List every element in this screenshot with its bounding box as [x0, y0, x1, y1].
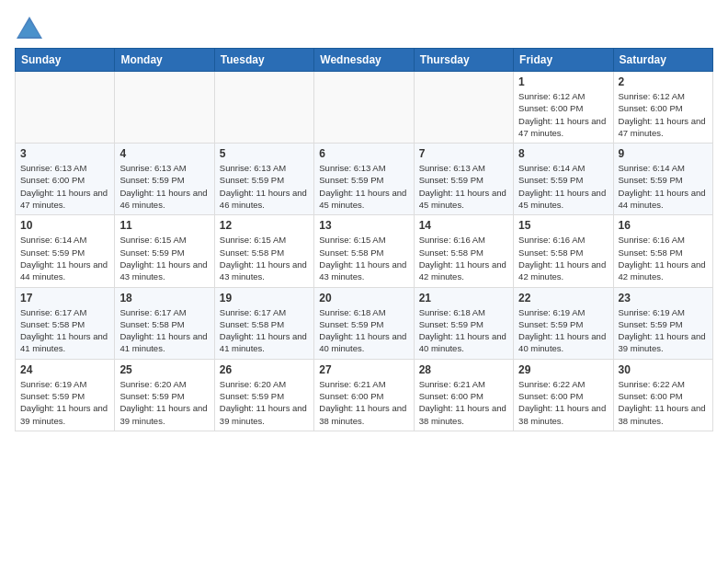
calendar-cell: 8Sunrise: 6:14 AM Sunset: 5:59 PM Daylig… [514, 144, 613, 215]
weekday-header-saturday: Saturday [613, 49, 712, 72]
calendar-cell: 4Sunrise: 6:13 AM Sunset: 5:59 PM Daylig… [115, 144, 214, 215]
calendar-cell: 25Sunrise: 6:20 AM Sunset: 5:59 PM Dayli… [115, 359, 214, 431]
day-number: 24 [20, 363, 109, 376]
day-info: Sunrise: 6:13 AM Sunset: 5:59 PM Dayligh… [419, 162, 508, 211]
calendar-cell: 19Sunrise: 6:17 AM Sunset: 5:58 PM Dayli… [214, 287, 313, 359]
day-info: Sunrise: 6:15 AM Sunset: 5:58 PM Dayligh… [319, 234, 408, 282]
day-number: 3 [20, 147, 109, 160]
day-info: Sunrise: 6:13 AM Sunset: 5:59 PM Dayligh… [319, 162, 408, 211]
day-number: 30 [619, 363, 708, 376]
day-number: 25 [119, 363, 209, 376]
day-info: Sunrise: 6:17 AM Sunset: 5:58 PM Dayligh… [119, 306, 209, 355]
day-number: 11 [119, 219, 209, 232]
calendar-week-row: 10Sunrise: 6:14 AM Sunset: 5:59 PM Dayli… [16, 215, 713, 287]
calendar-table: SundayMondayTuesdayWednesdayThursdayFrid… [15, 48, 713, 431]
calendar-cell: 9Sunrise: 6:14 AM Sunset: 5:59 PM Daylig… [613, 144, 712, 215]
calendar-cell: 21Sunrise: 6:18 AM Sunset: 5:59 PM Dayli… [414, 287, 513, 359]
day-info: Sunrise: 6:18 AM Sunset: 5:59 PM Dayligh… [419, 306, 508, 355]
calendar-week-row: 17Sunrise: 6:17 AM Sunset: 5:58 PM Dayli… [16, 287, 713, 359]
day-number: 7 [419, 147, 508, 160]
calendar-cell: 14Sunrise: 6:16 AM Sunset: 5:58 PM Dayli… [414, 215, 513, 287]
day-number: 10 [20, 219, 109, 232]
calendar-cell: 13Sunrise: 6:15 AM Sunset: 5:58 PM Dayli… [314, 215, 414, 287]
day-info: Sunrise: 6:13 AM Sunset: 6:00 PM Dayligh… [20, 162, 109, 211]
weekday-header-friday: Friday [514, 49, 613, 72]
calendar-cell: 26Sunrise: 6:20 AM Sunset: 5:59 PM Dayli… [214, 359, 313, 431]
day-info: Sunrise: 6:20 AM Sunset: 5:59 PM Dayligh… [220, 378, 309, 427]
day-number: 14 [419, 219, 508, 232]
weekday-header-row: SundayMondayTuesdayWednesdayThursdayFrid… [16, 49, 713, 72]
day-number: 15 [518, 219, 608, 232]
calendar-cell: 28Sunrise: 6:21 AM Sunset: 6:00 PM Dayli… [414, 359, 513, 431]
calendar-cell: 18Sunrise: 6:17 AM Sunset: 5:58 PM Dayli… [115, 287, 214, 359]
day-info: Sunrise: 6:21 AM Sunset: 6:00 PM Dayligh… [419, 378, 508, 427]
calendar-cell: 23Sunrise: 6:19 AM Sunset: 5:59 PM Dayli… [613, 287, 712, 359]
day-number: 16 [619, 219, 708, 232]
calendar-cell: 24Sunrise: 6:19 AM Sunset: 5:59 PM Dayli… [16, 359, 115, 431]
page-header [15, 15, 713, 40]
weekday-header-thursday: Thursday [414, 49, 513, 72]
logo-icon [15, 15, 44, 40]
day-info: Sunrise: 6:13 AM Sunset: 5:59 PM Dayligh… [119, 162, 209, 211]
day-number: 28 [419, 363, 508, 376]
day-info: Sunrise: 6:12 AM Sunset: 6:00 PM Dayligh… [518, 90, 608, 139]
day-info: Sunrise: 6:16 AM Sunset: 5:58 PM Dayligh… [518, 234, 608, 282]
calendar-cell: 2Sunrise: 6:12 AM Sunset: 6:00 PM Daylig… [613, 72, 712, 144]
weekday-header-tuesday: Tuesday [214, 49, 313, 72]
day-number: 21 [419, 292, 508, 304]
day-info: Sunrise: 6:20 AM Sunset: 5:59 PM Dayligh… [119, 378, 209, 427]
calendar-week-row: 24Sunrise: 6:19 AM Sunset: 5:59 PM Dayli… [16, 359, 713, 431]
day-info: Sunrise: 6:13 AM Sunset: 5:59 PM Dayligh… [220, 162, 309, 211]
day-number: 9 [619, 147, 708, 160]
day-info: Sunrise: 6:16 AM Sunset: 5:58 PM Dayligh… [419, 234, 508, 282]
day-number: 26 [220, 363, 309, 376]
day-number: 13 [319, 219, 408, 232]
day-number: 18 [119, 292, 209, 304]
calendar-cell: 5Sunrise: 6:13 AM Sunset: 5:59 PM Daylig… [214, 144, 313, 215]
day-info: Sunrise: 6:19 AM Sunset: 5:59 PM Dayligh… [518, 306, 608, 355]
calendar-cell: 7Sunrise: 6:13 AM Sunset: 5:59 PM Daylig… [414, 144, 513, 215]
day-number: 22 [518, 292, 608, 304]
calendar-cell: 15Sunrise: 6:16 AM Sunset: 5:58 PM Dayli… [514, 215, 613, 287]
calendar-cell: 10Sunrise: 6:14 AM Sunset: 5:59 PM Dayli… [16, 215, 115, 287]
weekday-header-monday: Monday [115, 49, 214, 72]
calendar-cell: 29Sunrise: 6:22 AM Sunset: 6:00 PM Dayli… [514, 359, 613, 431]
day-info: Sunrise: 6:17 AM Sunset: 5:58 PM Dayligh… [220, 306, 309, 355]
calendar-cell: 30Sunrise: 6:22 AM Sunset: 6:00 PM Dayli… [613, 359, 712, 431]
calendar-cell [115, 72, 214, 144]
calendar-cell: 17Sunrise: 6:17 AM Sunset: 5:58 PM Dayli… [16, 287, 115, 359]
day-number: 17 [20, 292, 109, 304]
day-number: 6 [319, 147, 408, 160]
day-info: Sunrise: 6:18 AM Sunset: 5:59 PM Dayligh… [319, 306, 408, 355]
logo [15, 15, 48, 40]
weekday-header-wednesday: Wednesday [314, 49, 414, 72]
calendar-cell [414, 72, 513, 144]
calendar-cell: 6Sunrise: 6:13 AM Sunset: 5:59 PM Daylig… [314, 144, 414, 215]
calendar-cell: 27Sunrise: 6:21 AM Sunset: 6:00 PM Dayli… [314, 359, 414, 431]
day-info: Sunrise: 6:15 AM Sunset: 5:59 PM Dayligh… [119, 234, 209, 282]
day-info: Sunrise: 6:16 AM Sunset: 5:58 PM Dayligh… [619, 234, 708, 282]
svg-marker-1 [18, 20, 40, 37]
day-number: 4 [119, 147, 209, 160]
calendar-cell: 22Sunrise: 6:19 AM Sunset: 5:59 PM Dayli… [514, 287, 613, 359]
day-number: 29 [518, 363, 608, 376]
calendar-cell: 12Sunrise: 6:15 AM Sunset: 5:58 PM Dayli… [214, 215, 313, 287]
day-number: 12 [220, 219, 309, 232]
day-info: Sunrise: 6:14 AM Sunset: 5:59 PM Dayligh… [20, 234, 109, 282]
day-number: 23 [619, 292, 708, 304]
day-info: Sunrise: 6:21 AM Sunset: 6:00 PM Dayligh… [319, 378, 408, 427]
calendar-cell [314, 72, 414, 144]
calendar-cell: 3Sunrise: 6:13 AM Sunset: 6:00 PM Daylig… [16, 144, 115, 215]
calendar-week-row: 3Sunrise: 6:13 AM Sunset: 6:00 PM Daylig… [16, 144, 713, 215]
day-info: Sunrise: 6:22 AM Sunset: 6:00 PM Dayligh… [619, 378, 708, 427]
calendar-header: SundayMondayTuesdayWednesdayThursdayFrid… [16, 49, 713, 72]
day-number: 5 [220, 147, 309, 160]
day-info: Sunrise: 6:15 AM Sunset: 5:58 PM Dayligh… [220, 234, 309, 282]
day-number: 20 [319, 292, 408, 304]
weekday-header-sunday: Sunday [16, 49, 115, 72]
calendar-week-row: 1Sunrise: 6:12 AM Sunset: 6:00 PM Daylig… [16, 72, 713, 144]
calendar-cell: 11Sunrise: 6:15 AM Sunset: 5:59 PM Dayli… [115, 215, 214, 287]
day-info: Sunrise: 6:17 AM Sunset: 5:58 PM Dayligh… [20, 306, 109, 355]
day-number: 2 [619, 75, 708, 88]
calendar-cell [214, 72, 313, 144]
